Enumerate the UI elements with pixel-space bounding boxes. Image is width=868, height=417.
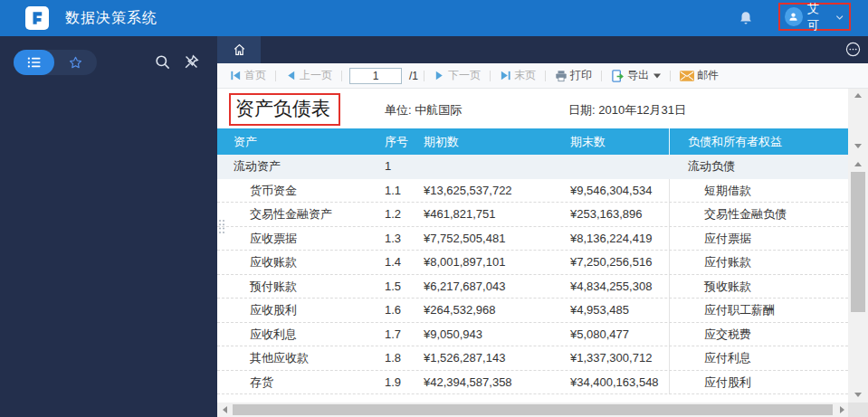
header-end: 期末数 — [570, 128, 606, 155]
star-icon — [68, 55, 83, 71]
page-total: /1 — [409, 70, 418, 82]
toolbar-separator — [601, 71, 602, 81]
next-page-button[interactable]: 下一页 — [430, 68, 484, 83]
horizontal-scrollbar-thumb[interactable] — [233, 404, 833, 415]
scroll-left-arrow[interactable] — [223, 406, 227, 413]
cell-end: ¥4,834,255,308 — [570, 275, 652, 299]
cell-liability: 应交税费 — [704, 323, 751, 347]
table-body: 流动资产 1 流动负债 货币资金 1.1 ¥13,625,537,722 ¥9,… — [217, 155, 848, 394]
home-icon — [232, 43, 247, 57]
cell-begin: ¥9,050,943 — [424, 323, 482, 347]
cell-liability: 流动负债 — [688, 155, 735, 179]
cell-begin: ¥7,752,505,481 — [424, 227, 505, 251]
cell-begin: ¥13,625,537,722 — [424, 179, 512, 204]
table-row: 应收利息 1.7 ¥9,050,943 ¥5,080,477 应交税费 — [217, 323, 848, 347]
table-header-row: 资产 序号 期初数 期末数 负债和所有者权益 — [217, 128, 848, 155]
directory-tab-button[interactable] — [14, 50, 54, 75]
report-viewport: 资产负债表 单位: 中航国际 日期: 2010年12月31日 资产 序号 期初数… — [217, 89, 848, 403]
cell-liability: 应付职工薪酬 — [704, 299, 775, 323]
mail-button[interactable]: 邮件 — [676, 68, 722, 83]
first-page-button[interactable]: 首页 — [226, 68, 270, 83]
user-avatar-icon — [785, 7, 803, 26]
scroll-down-arrow[interactable] — [854, 393, 862, 397]
cell-liability: 交易性金融负债 — [704, 203, 787, 227]
list-icon — [27, 56, 42, 69]
scroll-down-arrow[interactable] — [854, 144, 862, 148]
toolbar-separator — [424, 71, 424, 81]
report-title: 资产负债表 — [235, 98, 330, 118]
favorites-tab-button[interactable] — [54, 50, 97, 75]
last-page-icon — [500, 70, 511, 81]
cell-liability: 预收账款 — [704, 275, 751, 299]
last-page-label: 末页 — [514, 68, 536, 83]
header-asset: 资产 — [234, 128, 257, 155]
report-title-row: 资产负债表 单位: 中航国际 日期: 2010年12月31日 — [217, 89, 848, 128]
cell-liability: 应付利息 — [704, 346, 751, 371]
vertical-scrollbar-thumb[interactable] — [851, 172, 865, 312]
print-label: 打印 — [570, 68, 592, 83]
vertical-scrollbar[interactable] — [848, 89, 868, 403]
prev-page-button[interactable]: 上一页 — [281, 68, 336, 83]
table-row: 其他应收款 1.8 ¥1,526,287,143 ¥1,337,300,712 … — [217, 346, 848, 371]
cell-end: ¥34,400,163,548 — [570, 371, 659, 395]
cell-begin: ¥8,001,897,101 — [424, 251, 505, 275]
table-row: 应收账款 1.4 ¥8,001,897,101 ¥7,250,256,516 应… — [217, 251, 848, 275]
user-name: 艾可 — [807, 1, 830, 33]
horizontal-scrollbar[interactable] — [217, 403, 868, 417]
chevron-down-icon — [835, 12, 844, 23]
scrollbar-corner — [848, 403, 868, 417]
toolbar-separator — [490, 71, 491, 81]
cell-begin: ¥461,821,751 — [424, 203, 496, 227]
annotation-box-user: 艾可 — [778, 3, 851, 31]
cell-asset: 预付账款 — [250, 275, 297, 299]
user-menu[interactable]: 艾可 — [780, 5, 849, 29]
prev-page-label: 上一页 — [300, 68, 332, 83]
toolbar-separator — [275, 71, 276, 81]
first-page-label: 首页 — [244, 68, 266, 83]
tab-home[interactable] — [217, 36, 261, 63]
table-row: 预付账款 1.5 ¥6,217,687,043 ¥4,834,255,308 预… — [217, 275, 848, 299]
scroll-up-arrow[interactable] — [854, 162, 862, 166]
table-row: 货币资金 1.1 ¥13,625,537,722 ¥9,546,304,534 … — [217, 179, 848, 204]
cell-asset: 其他应收款 — [250, 346, 309, 371]
header-no: 序号 — [385, 128, 408, 155]
scroll-up-arrow[interactable] — [854, 93, 862, 98]
cell-end: ¥7,250,256,516 — [570, 251, 652, 275]
drag-handle-icon[interactable] — [218, 219, 225, 234]
tab-bar — [217, 36, 868, 63]
notification-bell-icon[interactable] — [738, 10, 754, 26]
cell-begin: ¥42,394,587,358 — [424, 371, 512, 395]
cell-liability: 应付票据 — [704, 227, 751, 251]
report-date: 日期: 2010年12月31日 — [568, 102, 686, 118]
cell-no: 1.6 — [385, 299, 401, 323]
cell-asset: 存货 — [250, 371, 273, 395]
cell-no: 1.2 — [385, 203, 401, 227]
export-button[interactable]: 导出 — [607, 68, 664, 83]
more-tabs-button[interactable] — [845, 42, 861, 61]
page-number-input[interactable] — [349, 68, 402, 84]
next-page-icon — [434, 70, 445, 81]
table-row: 流动资产 1 流动负债 — [217, 155, 848, 179]
cell-no: 1.1 — [385, 179, 401, 204]
mail-icon — [680, 71, 694, 81]
cell-end: ¥9,546,304,534 — [570, 179, 652, 204]
mail-label: 邮件 — [697, 68, 719, 83]
search-icon[interactable] — [154, 53, 171, 74]
cell-no: 1.5 — [385, 275, 401, 299]
cell-begin: ¥1,526,287,143 — [424, 346, 505, 371]
cell-liability: 短期借款 — [704, 179, 751, 204]
cell-liability: 应付账款 — [704, 251, 751, 275]
sidebar-view-toggle — [14, 50, 97, 75]
print-icon — [555, 70, 568, 82]
cell-liability: 应付股利 — [704, 371, 751, 395]
scroll-right-arrow[interactable] — [840, 406, 844, 413]
next-page-label: 下一页 — [448, 68, 481, 83]
cell-no: 1 — [385, 155, 391, 179]
cell-end: ¥8,136,224,419 — [570, 227, 652, 251]
app-title: 数据决策系统 — [65, 0, 157, 36]
first-page-icon — [230, 70, 242, 81]
last-page-button[interactable]: 末页 — [496, 68, 539, 83]
unpin-icon[interactable] — [183, 53, 200, 74]
report-toolbar: 首页 上一页 /1 下一页 末页 打印 导出 — [217, 63, 868, 89]
print-button[interactable]: 打印 — [551, 68, 596, 83]
